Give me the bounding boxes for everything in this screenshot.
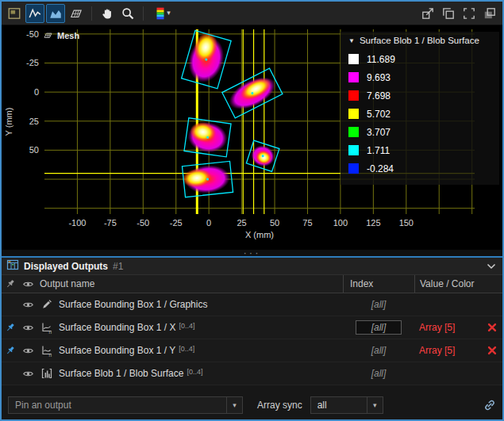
array-sync-label: Array sync xyxy=(257,400,302,411)
legend-swatch xyxy=(348,145,359,155)
output-row[interactable]: nSurface Bounding Box 1 / X[0..4][all]Ar… xyxy=(2,316,502,339)
plot-area[interactable]: -100-75-50-250255075100125150-50-2502550… xyxy=(2,25,502,250)
toolbar-separator xyxy=(91,6,92,21)
panel-number: #1 xyxy=(113,261,123,272)
colormap-icon[interactable]: ▾ xyxy=(149,4,176,23)
svg-text:50: 50 xyxy=(29,145,39,155)
legend-value: 7.698 xyxy=(367,90,391,101)
profile-plot-icon[interactable] xyxy=(25,4,44,23)
legend-swatch xyxy=(348,127,359,137)
legend-entries: 11.6899.6937.6985.7023.7071.711-0.284 xyxy=(348,50,491,178)
column-output-name: Output name xyxy=(37,278,343,289)
pin-icon[interactable] xyxy=(2,345,19,356)
index-text: [all] xyxy=(371,368,387,379)
legend-entry: 3.707 xyxy=(348,123,491,141)
svg-text:-25: -25 xyxy=(170,218,183,228)
visibility-eye-icon[interactable] xyxy=(19,299,37,311)
splitter-handle-icon: ··· xyxy=(244,251,261,255)
panel-splitter[interactable]: ··· xyxy=(2,250,502,256)
chevron-down-icon[interactable]: ▾ xyxy=(367,397,383,413)
mesh-label-text: Mesh xyxy=(57,31,79,40)
pin-icon[interactable] xyxy=(2,322,19,333)
fullscreen-icon[interactable] xyxy=(460,4,479,23)
visibility-eye-icon[interactable] xyxy=(19,322,37,334)
pop-out-icon[interactable] xyxy=(418,4,437,23)
svg-text:X (mm): X (mm) xyxy=(245,230,274,239)
link-icon[interactable] xyxy=(483,399,496,411)
legend-swatch xyxy=(348,54,359,64)
output-name: Surface Bounding Box 1 / Y[0..4] xyxy=(57,345,343,356)
legend-title[interactable]: ▼ Surface Blob 1 / Blob Surface xyxy=(348,36,491,45)
svg-text:n: n xyxy=(49,329,52,335)
zoom-icon[interactable] xyxy=(118,4,137,23)
pin-output-combobox[interactable]: Pin an output ▾ xyxy=(8,396,243,414)
legend-swatch xyxy=(348,72,359,82)
output-row[interactable]: nSurface Bounding Box 1 / Y[0..4][all]Ar… xyxy=(2,339,502,362)
graphics-icon xyxy=(37,298,57,311)
legend-value: 9.693 xyxy=(367,72,391,83)
index-input[interactable]: [all] xyxy=(356,320,402,335)
filled-plot-icon[interactable] xyxy=(46,4,65,23)
legend-swatch xyxy=(348,163,359,174)
duplicate-view-icon[interactable] xyxy=(439,4,458,23)
svg-text:25: 25 xyxy=(29,117,39,126)
mesh-label: Mesh xyxy=(43,30,79,40)
plot-legend: ▼ Surface Blob 1 / Blob Surface 11.6899.… xyxy=(340,32,499,185)
value-text: Array [5] xyxy=(419,322,455,333)
legend-entry: -0.284 xyxy=(348,159,491,178)
svg-text:-50: -50 xyxy=(26,29,39,39)
array-x-icon: n xyxy=(37,321,57,334)
column-index: Index xyxy=(343,275,414,293)
chevron-down-icon: ▾ xyxy=(167,10,171,17)
image-view-icon[interactable] xyxy=(5,4,24,23)
app-window: ▾ xyxy=(0,0,504,421)
legend-entry: 5.702 xyxy=(348,105,491,123)
remove-output-button[interactable] xyxy=(482,322,502,333)
index-text: [all] xyxy=(371,299,387,310)
output-row[interactable]: Surface Blob 1 / Blob Surface[0..4][all] xyxy=(2,362,502,385)
value-text: Array [5] xyxy=(419,345,455,356)
svg-text:150: 150 xyxy=(399,218,414,228)
pin-column-icon xyxy=(2,278,19,289)
collapse-panel-chevron-icon[interactable] xyxy=(485,260,498,273)
output-row[interactable]: Surface Bounding Box 1 / Graphics[all] xyxy=(2,293,502,316)
visibility-eye-icon[interactable] xyxy=(19,345,37,357)
collapse-triangle-icon: ▼ xyxy=(348,37,355,44)
remove-output-button[interactable] xyxy=(482,345,502,356)
value-cell: Array [5] xyxy=(414,322,482,333)
mesh-view-icon[interactable] xyxy=(67,4,86,23)
svg-text:25: 25 xyxy=(237,218,246,228)
pan-icon[interactable] xyxy=(98,4,117,23)
svg-text:125: 125 xyxy=(366,218,380,228)
surface-icon xyxy=(37,367,57,380)
svg-text:n: n xyxy=(49,352,52,358)
legend-swatch xyxy=(348,109,359,119)
table-header: Output name Index Value / Color xyxy=(2,275,502,293)
array-sync-value: all xyxy=(311,400,367,411)
column-value-color: Value / Color xyxy=(414,275,502,293)
index-range-suffix: [0..4] xyxy=(179,322,194,330)
legend-value: 3.707 xyxy=(367,127,391,138)
array-y-icon: n xyxy=(37,344,57,357)
window-layout-icon[interactable] xyxy=(480,4,499,23)
outputs-panel-icon xyxy=(6,258,19,274)
array-sync-combobox[interactable]: all ▾ xyxy=(310,396,383,414)
displayed-outputs-panel: Displayed Outputs #1 Output name Index V… xyxy=(2,256,502,419)
output-name: Surface Bounding Box 1 / X[0..4] xyxy=(57,322,343,333)
legend-value: 5.702 xyxy=(367,109,391,120)
svg-text:-100: -100 xyxy=(68,218,86,228)
outputs-table-body: Surface Bounding Box 1 / Graphics[all]nS… xyxy=(2,293,502,385)
pin-output-placeholder: Pin an output xyxy=(9,400,226,411)
output-name: Surface Blob 1 / Blob Surface[0..4] xyxy=(57,368,343,379)
chevron-down-icon[interactable]: ▾ xyxy=(226,397,242,413)
legend-entry: 9.693 xyxy=(348,68,491,86)
legend-entry: 11.689 xyxy=(348,50,491,68)
svg-text:-50: -50 xyxy=(137,218,149,228)
visibility-eye-icon[interactable] xyxy=(19,368,37,380)
svg-text:-25: -25 xyxy=(26,58,39,67)
svg-text:0: 0 xyxy=(206,218,211,228)
svg-text:100: 100 xyxy=(333,218,348,228)
svg-text:75: 75 xyxy=(302,218,312,228)
toolbar-separator xyxy=(143,6,144,21)
legend-swatch xyxy=(348,90,359,101)
